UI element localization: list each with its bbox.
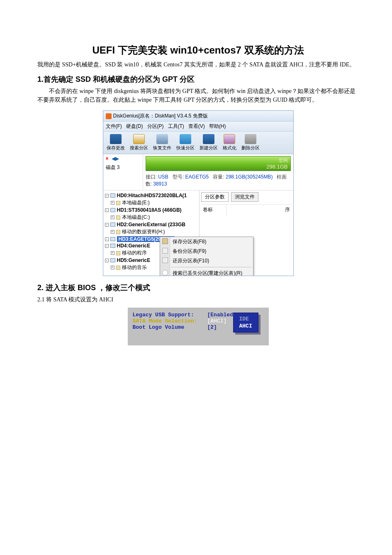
- tree-hd2-vol[interactable]: + 移动的数据资料(H:): [105, 228, 198, 236]
- menu-disk[interactable]: 硬盘(D): [126, 123, 143, 130]
- tree-hd0[interactable]: - HD0:HitachiHDS723020BLA(1: [105, 192, 196, 199]
- tool-save[interactable]: 保存更改: [105, 133, 127, 152]
- ctx-backup-table[interactable]: 备份分区表(F9): [160, 247, 253, 256]
- tree-hd4-vol-label: 移动的程序: [122, 249, 147, 257]
- disk-tree: - HD0:HitachiHDS723020BLA(1 + 本地磁盘(E:) -…: [103, 191, 200, 276]
- disk-info-row: 接口: USB 型号: EAGETG5 容量: 298.1GB(305245MB…: [143, 171, 293, 190]
- search-icon: [133, 134, 145, 144]
- tool-new[interactable]: 新建分区: [198, 133, 219, 152]
- tree-hd1-vol[interactable]: + 本地磁盘(C:): [105, 213, 198, 221]
- info-cyl-v: 38913: [153, 181, 167, 187]
- tool-recover[interactable]: 恢复文件: [151, 133, 173, 152]
- bios-screen: Legacy USB Support: [Enabled] SATA Mode …: [128, 308, 269, 345]
- tool-quick[interactable]: 快速分区: [175, 133, 196, 152]
- tree-hd1-vol-label: 本地磁盘(C:): [122, 214, 150, 221]
- document-page: UEFI 下完美安装 win10+centos7 双系统的方法 我用的是 SSD…: [0, 0, 392, 362]
- tab-browse[interactable]: 浏览文件: [231, 192, 258, 202]
- bios-option-ahci[interactable]: AHCI: [239, 323, 253, 330]
- tool-delete[interactable]: 删除分区: [240, 133, 261, 152]
- volume-icon: [116, 266, 120, 270]
- info-model-v: EAGETG5: [185, 174, 209, 180]
- hdd-icon: [110, 258, 115, 262]
- menu-view[interactable]: 查看(V): [188, 123, 205, 130]
- tree-hd4-label: HD4:GenericE: [117, 243, 151, 249]
- tree-hd0-vol[interactable]: + 本地磁盘(E:): [105, 199, 198, 207]
- tool-save-label: 保存更改: [107, 145, 125, 151]
- info-if-v: USB: [158, 174, 168, 180]
- recover-icon: [156, 134, 168, 144]
- tool-delete-label: 删除分区: [241, 145, 260, 151]
- expand-icon[interactable]: +: [111, 230, 114, 234]
- save-icon: [162, 248, 168, 254]
- collapse-icon[interactable]: -: [105, 194, 109, 198]
- menu-help[interactable]: 帮助(H): [209, 123, 226, 130]
- tab-params[interactable]: 分区参数: [201, 192, 229, 202]
- volume-icon: [116, 215, 120, 220]
- toolbar: 保存更改 搜索分区 恢复文件 快速分区 新建分区 格式化 删除分区: [103, 132, 293, 154]
- tool-new-label: 新建分区: [200, 145, 218, 151]
- collapse-icon[interactable]: -: [105, 244, 109, 248]
- quick-icon: [180, 134, 191, 144]
- tree-hd1[interactable]: - HD1:ST3500418AS (466GB): [105, 207, 196, 213]
- close-icon[interactable]: ×: [106, 156, 109, 161]
- ctx-i3-label: 还原分区表(F10): [173, 258, 209, 264]
- collapse-icon[interactable]: -: [105, 237, 109, 241]
- tree-hd2-label: HD2:GenericExternal (233GB: [117, 222, 185, 227]
- properties-row: 卷标 序: [201, 204, 292, 215]
- tool-format[interactable]: 格式化: [221, 133, 238, 152]
- tool-search[interactable]: 搜索分区: [128, 133, 150, 152]
- expand-icon[interactable]: +: [111, 201, 114, 205]
- new-icon: [203, 134, 214, 144]
- app-logo-icon: [106, 113, 112, 119]
- context-menu: 保存分区表(F8) 备份分区表(F9) 还原分区表(F10) 搜索已丢失分区(重…: [160, 237, 253, 276]
- heading-2: 2. 进入主板 BIOS ，修改三个模式: [37, 283, 359, 293]
- expand-icon[interactable]: +: [111, 215, 114, 219]
- tree-hd1-label: HD1:ST3500418AS (466GB): [117, 207, 182, 213]
- ctx-save-table[interactable]: 保存分区表(F8): [160, 237, 253, 247]
- info-cap-k: 容量:: [213, 174, 224, 180]
- bios-legacy-usb-k: Legacy USB Support:: [133, 312, 207, 318]
- ctx-i4-label: 搜索已丢失分区(重建分区表)(R): [173, 270, 243, 276]
- expand-icon[interactable]: +: [111, 266, 114, 269]
- tree-hd2-vol-label: 移动的数据资料(H:): [122, 228, 165, 235]
- nav-arrows-icon[interactable]: ◀▶: [112, 156, 119, 161]
- partition-bar-label: 空闲: [279, 157, 288, 164]
- bios-option-ide[interactable]: IDE: [239, 315, 253, 323]
- ctx-i1-label: 保存分区表(F8): [173, 239, 207, 244]
- ctx-i2-label: 备份分区表(F9): [173, 248, 207, 254]
- hdd-icon: [110, 222, 115, 227]
- prop-volume-label: 卷标: [201, 205, 226, 215]
- info-model-k: 型号:: [173, 174, 184, 180]
- collapse-icon[interactable]: -: [105, 208, 109, 212]
- tool-format-label: 格式化: [223, 145, 236, 151]
- info-if-k: 接口:: [146, 174, 157, 180]
- volume-icon: [116, 230, 120, 234]
- menu-file[interactable]: 文件(F): [106, 123, 122, 130]
- window-title: DiskGenius[原名：DiskMan] V3.4.5 免费版: [113, 112, 208, 120]
- expand-icon[interactable]: +: [111, 251, 114, 255]
- subheading-21: 2.1 将 SATA 模式设置为 AHCI: [37, 296, 359, 303]
- menu-bar: 文件(F) 硬盘(D) 分区(P) 工具(T) 查看(V) 帮助(H): [103, 122, 293, 132]
- tree-hd2[interactable]: - HD2:GenericExternal (233GB: [105, 221, 196, 228]
- search-icon: [162, 270, 168, 276]
- tree-hd5-label: HD5:GenericE: [117, 257, 151, 263]
- tree-hd5-vol-label: 移动的音乐: [122, 264, 147, 271]
- volume-icon: [116, 251, 120, 255]
- ctx-search-lost[interactable]: 搜索已丢失分区(重建分区表)(R): [160, 269, 253, 276]
- ctx-restore-table[interactable]: 还原分区表(F10): [160, 256, 253, 266]
- menu-part[interactable]: 分区(P): [147, 123, 164, 130]
- partition-bar-size: 298.1GB: [266, 164, 287, 170]
- partition-bar[interactable]: 空闲 298.1GB: [146, 156, 291, 171]
- intro-block: 我用的是 SSD+机械硬盘。SSD 装 win10，机械装 Centos7 其实…: [37, 60, 359, 69]
- tool-search-label: 搜索分区: [130, 145, 148, 151]
- tree-hd0-vol-label: 本地磁盘(E:): [122, 199, 150, 206]
- collapse-icon[interactable]: -: [105, 223, 109, 227]
- bios-dropdown: IDE AHCI: [233, 313, 258, 333]
- diskgenius-window: DiskGenius[原名：DiskMan] V3.4.5 免费版 文件(F) …: [103, 110, 294, 276]
- collapse-icon[interactable]: -: [105, 259, 109, 262]
- delete-icon: [245, 134, 256, 144]
- prop-right-label: 序: [226, 205, 292, 215]
- menu-tools[interactable]: 工具(T): [168, 123, 184, 130]
- volume-icon: [116, 201, 120, 205]
- heading-1: 1.首先确定 SSD 和机械硬盘的分区为 GPT 分区: [37, 74, 359, 84]
